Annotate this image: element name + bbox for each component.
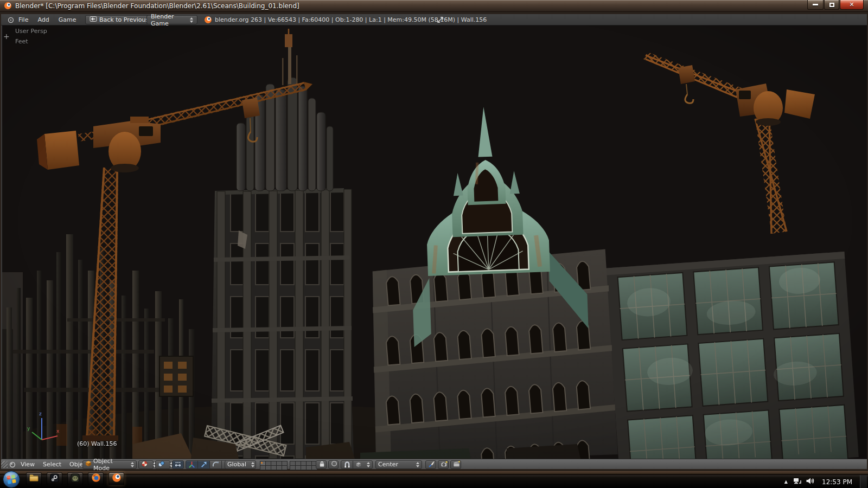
engine-select[interactable]: Blender Game <box>146 15 197 24</box>
viewport-scene <box>2 25 867 459</box>
start-button[interactable] <box>2 470 21 488</box>
taskbar: ▲ 12:53 PM <box>0 474 868 488</box>
folder-icon <box>29 473 39 484</box>
layer-cell[interactable] <box>277 461 282 465</box>
layers-widget <box>260 461 317 470</box>
window-title: Blender* [C:\Program Files\Blender Found… <box>15 0 299 12</box>
mode-select[interactable]: Object Mode <box>82 460 137 469</box>
layer-cell[interactable] <box>307 461 311 465</box>
layer-cell[interactable] <box>290 466 295 470</box>
close-button[interactable]: ✕ <box>840 0 864 10</box>
paintbrush-icon <box>428 460 435 469</box>
axis-gizmo: z x y <box>25 409 61 445</box>
pivot-point-select[interactable] <box>155 460 170 469</box>
layer-cell[interactable] <box>282 466 287 470</box>
layer-group-1 <box>260 461 288 470</box>
scene-stats: blender.org 263 | Ve:66543 | Fa:60400 | … <box>215 14 487 25</box>
layer-cell[interactable] <box>277 466 282 470</box>
layer-cell[interactable] <box>260 466 265 470</box>
back-icon <box>90 16 97 24</box>
layer-cell[interactable] <box>296 466 301 470</box>
opengl-render-anim-button[interactable] <box>450 460 461 469</box>
layer-cell[interactable] <box>296 461 301 465</box>
maximize-button[interactable] <box>824 0 839 10</box>
show-desktop-button[interactable] <box>860 475 867 488</box>
taskbar-firefox-button[interactable] <box>88 472 104 485</box>
shading-sphere-icon <box>141 460 148 469</box>
snap-target-select[interactable]: Center <box>375 460 422 469</box>
svg-text:x: x <box>56 428 60 434</box>
layer-cell[interactable] <box>260 461 265 465</box>
taskbar-explorer-button[interactable] <box>26 472 42 485</box>
volume-icon[interactable] <box>806 477 814 487</box>
blender-app-icon <box>4 2 12 10</box>
dropdown-arrows-icon <box>413 462 419 467</box>
layer-cell[interactable] <box>266 466 271 470</box>
taskbar-buttons <box>26 472 124 485</box>
taskbar-steam-button[interactable] <box>47 472 62 485</box>
svg-text:y: y <box>27 426 30 431</box>
back-to-previous-button[interactable]: Back to Previous <box>85 15 153 24</box>
info-header: File Add Game Help Back to Previous Blen… <box>1 14 867 25</box>
proportional-edit-toggle[interactable] <box>328 460 339 469</box>
viewport-3d[interactable]: + User Persp Feet (60) Wall.156 z x y <box>1 25 867 459</box>
cube-icon <box>85 460 92 468</box>
snap-element-select[interactable] <box>353 460 373 469</box>
firefox-icon <box>91 473 101 485</box>
editor-type-icon-3d[interactable] <box>9 461 16 470</box>
pivot-spheres-icon <box>158 460 165 469</box>
menu-file[interactable]: File <box>18 14 28 25</box>
view-name-label: User Persp <box>15 28 47 35</box>
view-menus: View Select Object <box>21 459 89 470</box>
taskbar-dark-app-button[interactable] <box>67 472 83 485</box>
layer-cell[interactable] <box>301 461 306 465</box>
menu-game[interactable]: Game <box>59 14 76 25</box>
manipulate-center-points-toggle[interactable] <box>172 460 184 469</box>
menu-add[interactable]: Add <box>37 14 49 25</box>
layer-group-2 <box>290 461 317 470</box>
dropdown-arrows-icon <box>127 462 134 467</box>
layer-cell[interactable] <box>271 466 276 470</box>
dropdown-arrows-icon <box>363 462 370 467</box>
opengl-render-still-button[interactable] <box>438 460 449 469</box>
menu-view[interactable]: View <box>21 459 35 470</box>
fullscreen-toggle-icon[interactable] <box>436 16 444 25</box>
translate-manipulator-toggle[interactable] <box>197 460 210 469</box>
manipulator-axes-toggle[interactable] <box>186 460 198 469</box>
layer-cell[interactable] <box>282 461 287 465</box>
snap-magnet-toggle[interactable] <box>341 460 353 469</box>
viewport-header: View Select Object Object Mode <box>1 459 867 469</box>
paintbrush-button[interactable] <box>425 460 436 469</box>
lock-to-scene-toggle[interactable] <box>316 460 327 469</box>
clock[interactable]: 12:53 PM <box>819 478 856 486</box>
minimize-button[interactable] <box>807 0 824 10</box>
layer-cell[interactable] <box>290 461 295 465</box>
rotate-manipulator-toggle[interactable] <box>209 460 222 469</box>
blender-logo-icon <box>204 16 212 25</box>
layer-cell[interactable] <box>301 466 306 470</box>
active-object-label: (60) Wall.156 <box>77 440 117 447</box>
window-titlebar[interactable]: Blender* [C:\Program Files\Blender Found… <box>0 0 868 12</box>
network-icon[interactable] <box>792 477 801 487</box>
proportional-circle-icon <box>331 460 337 468</box>
menu-select[interactable]: Select <box>43 459 61 470</box>
blender-icon <box>112 473 122 485</box>
resize-grip[interactable] <box>1 461 8 468</box>
orientation-select[interactable]: Global <box>225 460 256 469</box>
unit-label: Feet <box>15 38 28 45</box>
layer-cell[interactable] <box>271 461 276 465</box>
tray-expand-icon[interactable]: ▲ <box>784 479 788 484</box>
region-expand-icon[interactable]: + <box>3 32 10 41</box>
dropdown-arrows-icon <box>248 462 254 467</box>
clapperboard-icon <box>453 460 460 469</box>
lock-icon <box>318 460 326 469</box>
snap-group <box>341 460 373 469</box>
editor-type-icon[interactable] <box>8 17 14 25</box>
viewport-shading-select[interactable] <box>138 460 154 469</box>
layer-cell[interactable] <box>266 461 271 465</box>
blender-window: File Add Game Help Back to Previous Blen… <box>0 12 868 471</box>
taskbar-blender-button[interactable] <box>108 472 124 485</box>
layer-cell[interactable] <box>307 466 311 470</box>
svg-text:z: z <box>39 411 42 416</box>
steam-icon <box>50 473 59 485</box>
